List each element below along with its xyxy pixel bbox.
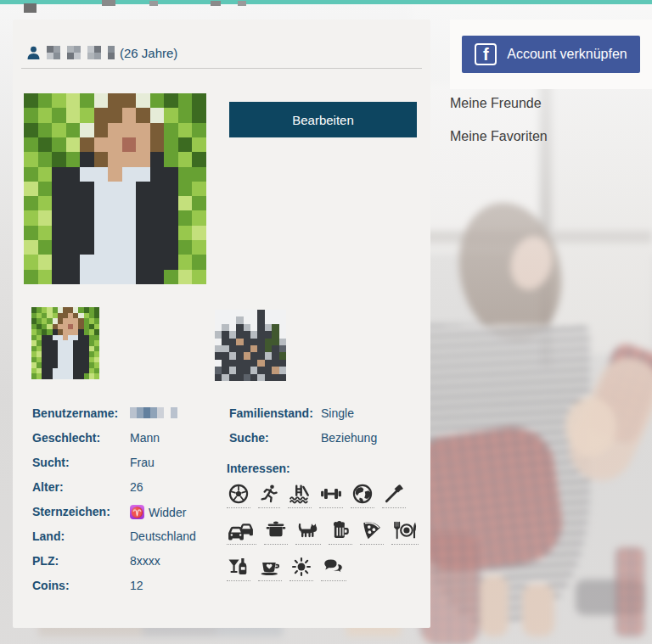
pixelated-display-name	[47, 46, 115, 59]
attribute-label: Familienstand:	[229, 406, 321, 420]
attribute-label: Coins:	[32, 579, 130, 592]
pizza-icon	[360, 519, 384, 545]
attribute-value: 8xxxx	[130, 554, 160, 568]
attribute-value: Deutschland	[130, 529, 196, 543]
browser-artifact	[149, 1, 158, 6]
interest-row	[227, 556, 419, 581]
attribute-label: Suche:	[229, 431, 321, 445]
profile-photo-main	[24, 93, 206, 284]
attributes-right-column: Familienstand: Single Suche: Beziehung	[229, 406, 377, 456]
joggen-icon	[258, 483, 280, 508]
browser-artifact	[238, 1, 246, 6]
essen-gehen-icon	[391, 519, 419, 545]
heimwerken-icon	[382, 483, 406, 508]
attribute-value	[130, 406, 184, 418]
aries-badge-icon: ♈	[130, 505, 144, 519]
user-icon	[27, 46, 40, 60]
fitness-icon	[319, 483, 343, 508]
chatten-icon	[321, 556, 346, 581]
profile-header: (26 Jahre)	[27, 43, 177, 62]
interests-section: Interessen:	[227, 462, 419, 592]
attribute-row-land: Land: Deutschland	[32, 529, 196, 554]
attribute-label: Sucht:	[32, 456, 130, 469]
sidebar-links: Meine Freunde Meine Favoriten	[450, 96, 548, 162]
attribute-label: Benutzername:	[32, 406, 130, 420]
autos-icon	[227, 519, 256, 545]
schwimmen-icon	[288, 483, 312, 508]
interests-grid	[227, 483, 419, 581]
attribute-row-plz: PLZ: 8xxxx	[32, 554, 196, 579]
attribute-row-coins: Coins: 12	[32, 579, 196, 603]
age-label: (26 Jahre)	[120, 46, 177, 60]
fussball-icon	[227, 483, 250, 508]
attribute-row-geschlecht: Geschlecht: Mann	[32, 431, 196, 456]
kochen-icon	[264, 519, 288, 545]
attribute-row-sternzeichen: Sternzeichen: ♈ Widder	[32, 505, 196, 529]
attribute-row-familienstand: Familienstand: Single	[229, 406, 377, 431]
sonne-icon	[289, 556, 313, 581]
facebook-connect-button[interactable]: f Account verknüpfen	[462, 36, 640, 73]
header-divider	[21, 68, 422, 69]
browser-artifact	[102, 0, 115, 6]
browser-artifact	[24, 3, 37, 13]
profile-card: (26 Jahre) Bearbeiten Benutzername: Gesc…	[13, 20, 430, 628]
haustiere-icon	[295, 519, 321, 545]
interests-label: Interessen:	[227, 462, 419, 475]
attribute-row-suche: Suche: Beziehung	[229, 431, 377, 456]
attribute-row-sucht: Sucht: Frau	[32, 456, 196, 480]
attribute-row-benutzername: Benutzername:	[32, 406, 196, 431]
facebook-icon: f	[475, 43, 497, 65]
kaffee-icon	[258, 556, 282, 581]
attribute-row-alter: Alter: 26	[32, 480, 196, 505]
attribute-label: Land:	[32, 529, 130, 543]
photo-thumbnail-1[interactable]	[31, 307, 99, 379]
attribute-value: Single	[321, 406, 354, 420]
browser-artifact	[211, 1, 221, 6]
attribute-value: ♈ Widder	[130, 505, 186, 519]
attribute-value: Frau	[130, 456, 155, 469]
pixelated-username	[130, 407, 184, 418]
sidebar-link-meine-favoriten[interactable]: Meine Favoriten	[450, 129, 548, 144]
interest-row	[227, 519, 419, 545]
attribute-value: Mann	[130, 431, 160, 445]
bier-icon	[329, 519, 352, 545]
zodiac-value: Widder	[149, 506, 186, 519]
cocktails-icon	[227, 556, 250, 581]
photo-thumbnail-2[interactable]	[215, 310, 286, 381]
top-accent-bar	[0, 0, 652, 4]
attribute-label: Sternzeichen:	[32, 505, 130, 518]
sidebar-link-meine-freunde[interactable]: Meine Freunde	[450, 96, 548, 111]
attributes-left-column: Benutzername: Geschlecht: Mann Sucht: Fr…	[32, 406, 196, 603]
attribute-value: 26	[130, 480, 143, 494]
attribute-label: Geschlecht:	[32, 431, 130, 445]
attribute-value: Beziehung	[321, 431, 377, 445]
reisen-icon	[351, 483, 374, 508]
interest-row	[227, 483, 419, 508]
attribute-label: Alter:	[32, 480, 130, 494]
attribute-label: PLZ:	[32, 554, 130, 568]
edit-profile-button[interactable]: Bearbeiten	[229, 102, 417, 137]
attribute-value: 12	[130, 579, 143, 592]
facebook-panel: f Account verknüpfen	[450, 20, 652, 89]
facebook-button-label: Account verknüpfen	[507, 47, 627, 62]
